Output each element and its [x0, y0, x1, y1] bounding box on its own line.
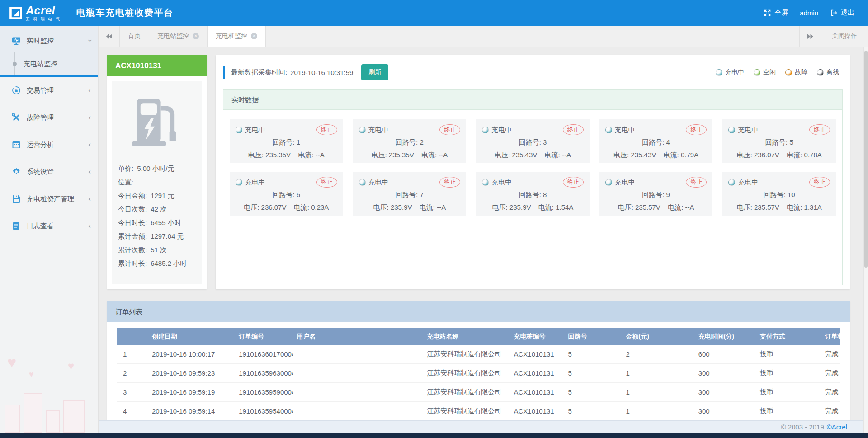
orders-header-row: 创建日期 订单编号 用户名 充电站名称 充电桩编号 回路号 金额(元) — [117, 328, 840, 345]
tab-station-monitor[interactable]: 充电站监控 × — [149, 26, 208, 47]
charging-dot-icon — [482, 127, 489, 133]
circuit-vi-row: 电压: 235.57V 电流: --A — [605, 203, 707, 212]
circuit-vi-row: 电压: 235.57V 电流: 1.31A — [728, 203, 830, 212]
loop-label: 回路号: — [396, 138, 418, 146]
stat-row: 单价:5.00 小时/元 — [118, 162, 202, 175]
circuit-status: 充电中 — [359, 178, 440, 187]
stop-charging-button[interactable]: 终止 — [686, 177, 707, 188]
sidebar-item-transactions[interactable]: ¥ 交易管理 ‹ — [0, 77, 98, 104]
footer-brand-link[interactable]: ©Acrel — [827, 423, 847, 431]
sidebar-item-settings[interactable]: 系统设置 ‹ — [0, 158, 98, 185]
circuit-status-label: 充电中 — [615, 178, 635, 187]
cell-loop: 5 — [565, 383, 623, 402]
charging-pile-icon — [112, 81, 202, 162]
circuit-loop-row: 回路号: 10 — [728, 191, 830, 199]
stop-charging-button[interactable]: 终止 — [686, 124, 707, 135]
cell-status: 完成 — [821, 402, 840, 421]
user-menu[interactable]: admin — [800, 9, 818, 17]
voltage-value: 236.07V — [261, 203, 287, 211]
fullscreen-button[interactable]: 全屏 — [764, 9, 788, 17]
circuit-loop-row: 回路号: 9 — [605, 191, 707, 199]
refresh-button[interactable]: 刷新 — [361, 64, 388, 80]
chevron-down-icon: ‹ — [85, 39, 94, 42]
circuit-loop-row: 回路号: 3 — [482, 138, 584, 147]
sidebar-subitem-label: 充电站监控 — [24, 60, 57, 68]
cell-created: 2019-10-16 10:00:17 — [148, 345, 235, 364]
cell-user — [293, 402, 423, 421]
tab-home[interactable]: 首页 — [120, 26, 149, 47]
fullscreen-label: 全屏 — [774, 9, 788, 17]
close-tab-icon[interactable]: × — [251, 33, 257, 39]
charging-dot-icon — [605, 127, 612, 133]
voltage-value: 236.07V — [754, 151, 779, 159]
charging-dot-icon — [605, 179, 612, 186]
circuit-card-top: 充电中 终止 — [605, 124, 707, 135]
cell-station: 江苏安科瑞制造有限公司 — [423, 383, 510, 402]
loop-label: 回路号: — [765, 138, 788, 146]
cell-order-no: 1910163596300046 — [235, 364, 293, 383]
circuit-status: 充电中 — [728, 178, 809, 187]
current-value: --A — [562, 151, 571, 159]
close-tab-icon[interactable]: × — [193, 33, 199, 39]
circuit-status: 充电中 — [605, 178, 686, 187]
sidebar-item-station-monitor[interactable]: 充电站监控 — [0, 52, 98, 75]
circuit-vi-row: 电压: 236.07V 电流: 0.78A — [728, 151, 830, 160]
stop-charging-button[interactable]: 终止 — [316, 177, 337, 188]
tab-pile-monitor[interactable]: 充电桩监控 × — [208, 26, 266, 47]
cell-amount: 1 — [623, 383, 695, 402]
collect-time-label: 最新数据采集时间: — [231, 68, 287, 77]
cell-pay: 投币 — [756, 345, 821, 364]
logout-button[interactable]: 退出 — [830, 9, 854, 17]
cell-pile: ACX1010131 — [510, 364, 564, 383]
sidebar-item-analytics[interactable]: 运营分析 ‹ — [0, 131, 98, 158]
collect-time-value: 2019-10-16 10:31:59 — [290, 69, 353, 76]
sidebar-item-label: 故障管理 — [27, 113, 88, 122]
cell-station: 江苏安科瑞制造有限公司 — [423, 345, 510, 364]
chevron-left-icon: ‹ — [88, 113, 91, 122]
scroll-tabs-left-button[interactable] — [99, 26, 120, 47]
cell-order-no: 1910163601700047 — [235, 345, 293, 364]
stop-charging-button[interactable]: 终止 — [563, 124, 584, 135]
loop-number: 5 — [789, 138, 793, 146]
legend-item: 故障 — [785, 68, 807, 76]
stop-charging-button[interactable]: 终止 — [316, 124, 337, 135]
chevron-left-icon: ‹ — [88, 167, 91, 176]
stat-label: 今日金额: — [118, 192, 147, 199]
sidebar-item-label: 充电桩资产管理 — [27, 195, 88, 203]
circuit-card: 充电中 终止 回路号: 3 电压: 235.43V 电流: — [476, 119, 590, 163]
scrollbar-thumb[interactable] — [864, 51, 868, 268]
cell-status: 完成 — [821, 383, 840, 402]
close-operations-menu[interactable]: 关闭操作 — [821, 26, 868, 47]
sidebar-item-logs[interactable]: 日志查看 ‹ — [0, 212, 98, 240]
orders-title: 订单列表 — [107, 301, 850, 322]
gear-icon — [12, 167, 21, 176]
current-label: 电流: — [787, 151, 802, 159]
status-legend: 充电中 空闲 故障 离线 — [716, 55, 839, 89]
cell-order-no: 1910163595900045 — [235, 383, 293, 402]
circuit-vi-row: 电压: 235.43V 电流: 0.79A — [605, 151, 707, 160]
charging-dot-icon — [236, 127, 242, 133]
cell-amount: 1 — [623, 364, 695, 383]
circuit-card-top: 充电中 终止 — [482, 177, 584, 188]
cell-station: 江苏安科瑞制造有限公司 — [423, 402, 510, 421]
sidebar-item-realtime-monitor[interactable]: 实时监控 ‹ — [0, 29, 98, 52]
stop-charging-button[interactable]: 终止 — [563, 177, 584, 188]
circuit-loop-row: 回路号: 4 — [605, 138, 707, 147]
stop-charging-button[interactable]: 终止 — [809, 177, 830, 188]
stat-value: 1291 元 — [151, 192, 175, 199]
status-dot-icon — [716, 69, 722, 76]
voltage-value: 235.9V — [509, 203, 531, 211]
stat-label: 累计时长: — [118, 259, 147, 267]
vertical-scrollbar[interactable] — [863, 47, 868, 438]
cell-created: 2019-10-16 09:59:14 — [148, 402, 235, 421]
sidebar-item-pile-assets[interactable]: 充电桩资产管理 ‹ — [0, 185, 98, 212]
stop-charging-button[interactable]: 终止 — [439, 177, 460, 188]
stop-charging-button[interactable]: 终止 — [439, 124, 460, 135]
column-header: 用户名 — [293, 328, 423, 345]
circuit-status-label: 充电中 — [738, 126, 758, 134]
sidebar-item-faults[interactable]: 故障管理 ‹ — [0, 104, 98, 131]
stop-charging-button[interactable]: 终止 — [809, 124, 830, 135]
scroll-tabs-right-button[interactable] — [799, 26, 821, 47]
sidebar-item-label: 运营分析 — [27, 141, 88, 149]
pile-card-body: 单价:5.00 小时/元 位置: 今日金额:1291 元 今日次数:42 次 — [112, 81, 202, 284]
